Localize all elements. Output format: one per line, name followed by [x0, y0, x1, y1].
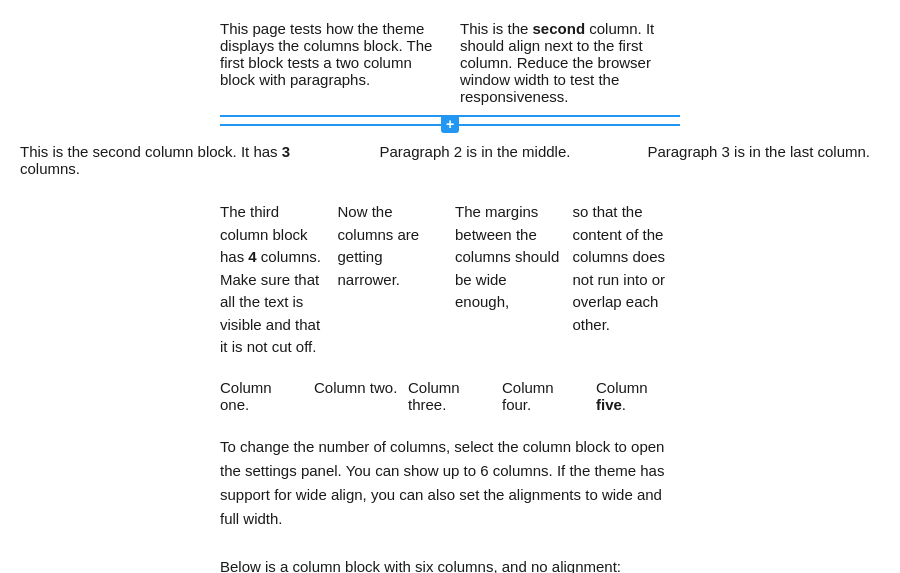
- five-col-block: Column one. Column two. Column three. Co…: [220, 379, 680, 413]
- five-col-col1: Column one.: [220, 379, 304, 413]
- two-col-col2-text: This is the second column. It should ali…: [460, 20, 680, 105]
- five-col-col4-text: Column four.: [502, 379, 586, 413]
- four-col-col4: so that the content of the columns does …: [573, 201, 681, 359]
- paragraph-block: To change the number of columns, select …: [220, 435, 680, 574]
- four-col-col3: The margins between the columns should b…: [455, 201, 563, 359]
- five-col-col3-text: Column three.: [408, 379, 492, 413]
- paragraph-text1: To change the number of columns, select …: [220, 435, 680, 531]
- four-col-block: The third column block has 4 columns. Ma…: [220, 201, 680, 359]
- five-col-col2-text: Column two.: [314, 379, 398, 396]
- two-col-col1-text: This page tests how the theme displays t…: [220, 20, 440, 88]
- five-col-col5: Column five.: [596, 379, 680, 413]
- five-col-col2: Column two.: [314, 379, 398, 396]
- two-col-col1: This page tests how the theme displays t…: [220, 20, 440, 105]
- second-col-mid-text: Paragraph 2 is in the middle.: [330, 143, 620, 160]
- four-col-col1: The third column block has 4 columns. Ma…: [220, 201, 328, 359]
- five-col-col5-bold: five: [596, 396, 622, 413]
- second-col-left-text: This is the second column block. It has …: [20, 143, 330, 177]
- four-col-col2-text: Now the columns are getting narrower.: [338, 201, 446, 291]
- four-col-col1-text: The third column block has 4 columns. Ma…: [220, 201, 328, 359]
- four-col-col1-bold: 4: [248, 248, 256, 265]
- paragraph-text2: Below is a column block with six columns…: [220, 555, 680, 574]
- second-col-right-text: Paragraph 3 is in the last column.: [620, 143, 870, 160]
- second-col-right: Paragraph 3 is in the last column.: [620, 143, 880, 160]
- five-col-col5-suffix: .: [622, 396, 626, 413]
- two-col-col2: This is the second column. It should ali…: [460, 20, 680, 105]
- second-col-mid: Paragraph 2 is in the middle.: [330, 143, 620, 160]
- divider-with-plus: +: [220, 117, 680, 131]
- four-col-col4-text: so that the content of the columns does …: [573, 201, 681, 336]
- second-col-block: This is the second column block. It has …: [0, 143, 900, 177]
- plus-button[interactable]: +: [441, 115, 459, 133]
- five-col-col3-line2: three.: [408, 396, 446, 413]
- five-col-col3: Column three.: [408, 379, 492, 413]
- five-col-col3-line1: Column: [408, 379, 460, 396]
- five-col-col5-prefix: Column: [596, 379, 648, 396]
- two-col-col2-bold: second: [533, 20, 586, 37]
- five-col-col4: Column four.: [502, 379, 586, 413]
- five-col-col1-text: Column one.: [220, 379, 304, 413]
- second-col-left: This is the second column block. It has …: [20, 143, 330, 177]
- four-col-col2: Now the columns are getting narrower.: [338, 201, 446, 359]
- four-col-col3-text: The margins between the columns should b…: [455, 201, 563, 314]
- page-wrapper: This page tests how the theme displays t…: [0, 0, 900, 573]
- two-col-col2-prefix: This is the: [460, 20, 533, 37]
- two-col-block: This page tests how the theme displays t…: [220, 20, 680, 117]
- five-col-col5-text: Column five.: [596, 379, 680, 413]
